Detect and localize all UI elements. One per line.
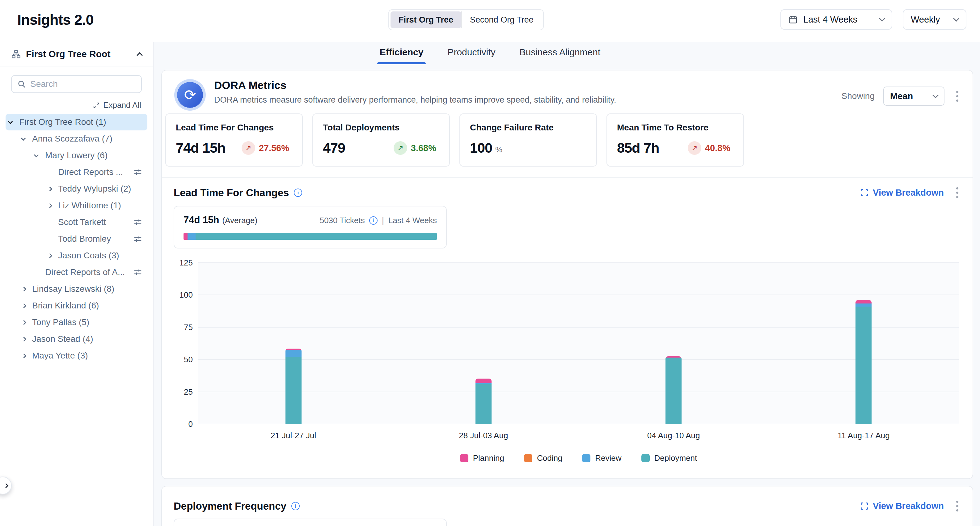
date-range-select[interactable]: Last 4 Weeks	[780, 9, 892, 30]
expand-all-label: Expand All	[103, 100, 141, 110]
tree-item-anna-scozzafava-7[interactable]: Anna Scozzafava (7)	[6, 131, 147, 147]
chevron-down-icon[interactable]	[22, 138, 32, 140]
view-breakdown-link[interactable]: View Breakdown	[860, 188, 944, 198]
org-tree-tab-second-org-tree[interactable]: Second Org Tree	[462, 11, 542, 28]
tree-item-first-org-tree-root-1[interactable]: First Org Tree Root (1)	[6, 114, 147, 131]
chevron-right-icon[interactable]	[22, 304, 32, 308]
trend-up-arrow-icon: ↗	[688, 141, 701, 155]
chevron-down-icon[interactable]	[9, 121, 19, 123]
bar-segment-planning	[476, 379, 492, 383]
dora-cycle-icon: ⟳	[177, 82, 203, 108]
chevron-down-icon	[953, 16, 959, 22]
metric-card-value: 74d 15h	[176, 140, 226, 156]
tree-item-scott-tarkett[interactable]: Scott Tarkett	[6, 214, 147, 231]
metric-card-value: 85d 7h	[617, 140, 659, 156]
chevron-right-icon[interactable]	[48, 254, 58, 257]
tree-item-brian-kirkland-6[interactable]: Brian Kirkland (6)	[6, 297, 147, 314]
tree-item-liz-whittome-1[interactable]: Liz Whittome (1)	[6, 197, 147, 214]
legend-item-deployment: Deployment	[641, 453, 697, 463]
metric-card-total-deployments: Total Deployments479↗3.68%	[312, 113, 450, 167]
x-tick-label: 21 Jul-27 Jul	[198, 431, 388, 440]
chevron-right-icon[interactable]	[22, 287, 32, 291]
tree-item-jason-coats-3[interactable]: Jason Coats (3)	[6, 247, 147, 264]
search-icon	[17, 80, 26, 88]
tab-efficiency[interactable]: Efficiency	[380, 47, 423, 64]
metric-delta: ↗40.8%	[688, 141, 733, 155]
lead-time-kebab-menu[interactable]	[953, 185, 961, 201]
tree-item-mary-lowery-6[interactable]: Mary Lowery (6)	[6, 147, 147, 164]
bar-28-jul-03-aug[interactable]	[476, 379, 492, 424]
tree-item-teddy-wylupski-2[interactable]: Teddy Wylupski (2)	[6, 180, 147, 197]
lead-time-chart: 0255075100125 21 Jul-27 Jul28 Jul-03 Aug…	[173, 263, 959, 463]
chevron-right-icon[interactable]	[22, 321, 32, 324]
app-title: Insights 2.0	[17, 11, 94, 28]
chevron-right-icon[interactable]	[48, 187, 58, 191]
chevron-down-icon[interactable]	[35, 155, 45, 157]
chevron-up-icon	[137, 52, 143, 58]
tree-item-label: Scott Tarkett	[58, 217, 129, 227]
deployment-frequency-kebab-menu[interactable]	[953, 498, 961, 514]
view-breakdown-label: View Breakdown	[873, 188, 944, 198]
expand-all-button[interactable]: Expand All	[12, 100, 141, 110]
tree-item-tony-pallas-5[interactable]: Tony Pallas (5)	[6, 314, 147, 331]
tree-item-lindsay-liszewski-8[interactable]: Lindsay Liszewski (8)	[6, 281, 147, 297]
adjustments-icon[interactable]	[133, 218, 142, 227]
bar-segment-review	[856, 303, 872, 306]
deployment-frequency-title: Deployment Frequency i	[173, 500, 300, 512]
dora-kebab-menu[interactable]	[953, 88, 961, 104]
gridline	[198, 424, 959, 424]
tab-business-alignment[interactable]: Business Alignment	[519, 47, 600, 64]
bar-segment-planning	[856, 300, 872, 303]
lead-time-summary: 74d 15h (Average) 5030 Tickets i | Last …	[173, 206, 447, 249]
summary-average-qualifier: (Average)	[222, 216, 257, 225]
dora-controls: Showing Mean	[842, 86, 961, 106]
bar-04-aug-10-aug[interactable]	[665, 356, 682, 424]
chart-legend: PlanningCodingReviewDeployment	[198, 453, 959, 463]
chevron-right-icon[interactable]	[22, 338, 32, 341]
org-chart-icon	[11, 49, 21, 59]
tree-item-label: Anna Scozzafava (7)	[32, 134, 142, 144]
info-icon[interactable]: i	[369, 216, 377, 225]
adjustments-icon[interactable]	[133, 268, 142, 277]
tree-item-direct-reports-of-a[interactable]: Direct Reports of A...	[6, 264, 147, 281]
tree-item-label: Teddy Wylupski (2)	[58, 184, 142, 194]
showing-label: Showing	[842, 91, 875, 101]
chevron-right-icon[interactable]	[22, 354, 32, 357]
deployment-frequency-summary	[173, 519, 447, 526]
bar-11-aug-17-aug[interactable]	[856, 300, 872, 424]
bar-segment-deployment	[285, 357, 302, 424]
calendar-icon	[788, 15, 798, 24]
info-icon[interactable]: i	[291, 502, 300, 510]
tree-item-todd-bromley[interactable]: Todd Bromley	[6, 231, 147, 247]
tree-item-direct-reports[interactable]: Direct Reports ...	[6, 164, 147, 180]
y-tick-label: 25	[184, 387, 193, 397]
tree-item-label: Todd Bromley	[58, 234, 129, 244]
org-tree-toggle: First Org TreeSecond Org Tree	[388, 9, 544, 30]
tab-productivity[interactable]: Productivity	[447, 47, 495, 64]
metric-delta-value: 3.68%	[411, 143, 436, 153]
dora-title: DORA Metrics	[214, 79, 616, 91]
search-input[interactable]	[30, 79, 136, 89]
tree-item-maya-yette-3[interactable]: Maya Yette (3)	[6, 347, 147, 364]
adjustments-icon[interactable]	[133, 167, 142, 177]
metric-cards-row: Lead Time For Changes74d 15h↗27.56%Total…	[165, 113, 744, 167]
granularity-select[interactable]: Weekly	[903, 9, 966, 30]
date-range-value: Last 4 Weeks	[803, 14, 858, 25]
summary-meta: 5030 Tickets i | Last 4 Weeks	[320, 216, 437, 226]
sidebar-header[interactable]: First Org Tree Root	[0, 42, 153, 67]
lead-time-section-title: Lead Time For Changes i	[173, 187, 302, 199]
legend-item-review: Review	[582, 453, 621, 463]
info-icon[interactable]: i	[294, 188, 302, 197]
bar-segment-deployment	[665, 357, 682, 424]
bar-21-jul-27-jul[interactable]	[285, 349, 302, 424]
org-tree-tab-first-org-tree[interactable]: First Org Tree	[391, 11, 461, 28]
y-tick-label: 75	[184, 323, 193, 332]
chevron-right-icon[interactable]	[48, 204, 58, 207]
legend-swatch	[460, 454, 468, 462]
metric-card-mean-time-to-restore: Mean Time To Restore85d 7h↗40.8%	[606, 113, 744, 167]
aggregation-select[interactable]: Mean	[883, 86, 945, 106]
adjustments-icon[interactable]	[133, 234, 142, 244]
tree-item-jason-stead-4[interactable]: Jason Stead (4)	[6, 331, 147, 347]
view-breakdown-link[interactable]: View Breakdown	[860, 501, 944, 511]
chart-plot-area	[198, 263, 959, 424]
